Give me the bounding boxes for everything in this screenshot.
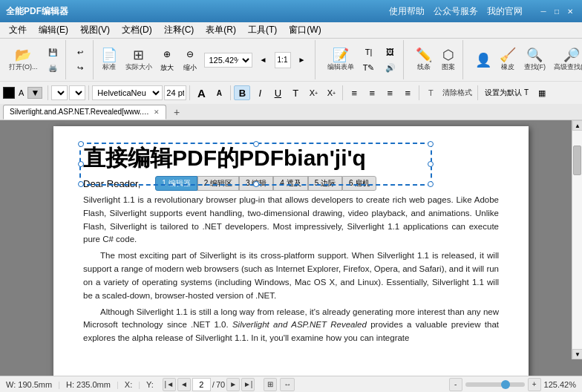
standard-button[interactable]: 📄 标准: [97, 46, 121, 74]
prev-page-button[interactable]: ◄: [177, 378, 191, 391]
align-justify-button[interactable]: ≡: [399, 85, 416, 100]
close-button[interactable]: ✕: [564, 5, 576, 17]
color-swatch[interactable]: [3, 87, 15, 99]
zoom-next-button[interactable]: ►: [292, 53, 313, 68]
first-page-button[interactable]: |◄: [163, 378, 176, 391]
advanced-find-button[interactable]: 🔎 高级查找(S): [550, 46, 582, 74]
edit-group: 📝 编辑表单 T| T✎ 🖼 🔊: [321, 40, 404, 79]
menu-bar: 文件 编辑(E) 视图(V) 文档(D) 注释(C) 表单(R) 工具(T) 窗…: [0, 22, 582, 39]
maximize-button[interactable]: □: [551, 5, 563, 17]
align-right-button[interactable]: ≡: [382, 85, 398, 100]
zoom-in-button[interactable]: ⊕: [157, 47, 177, 62]
wechat-link[interactable]: 公众号服务: [434, 5, 478, 18]
menu-window[interactable]: 窗口(W): [283, 22, 327, 38]
lines-button[interactable]: ✏️ 线条: [412, 46, 436, 74]
pdf-body: Silverlight 1.1 is a revolutionary brows…: [83, 194, 499, 345]
text-btn2[interactable]: T✎: [359, 61, 379, 76]
menu-file[interactable]: 文件: [3, 22, 33, 38]
italic-button[interactable]: I: [252, 85, 268, 100]
find-label: 查找(F): [524, 62, 546, 72]
last-page-button[interactable]: ►|: [241, 378, 255, 391]
lines-icon: ✏️: [416, 48, 432, 62]
font-name-select[interactable]: HelveticaNeu Arial Times New Roman: [92, 85, 163, 100]
tab-close-button[interactable]: ✕: [154, 108, 160, 116]
para3: Although Silverlight 1.1 is still a long…: [83, 306, 499, 345]
redo-button[interactable]: ↪: [70, 60, 91, 75]
eraser-icon: 🧹: [500, 48, 516, 62]
edit-tab-1[interactable]: 1 编辑器: [155, 176, 197, 191]
minimize-button[interactable]: ─: [537, 5, 549, 17]
menu-form[interactable]: 表单(R): [200, 22, 242, 38]
undo-button[interactable]: ↩: [70, 45, 91, 59]
edit-tab-6[interactable]: 6 扁机: [342, 176, 376, 191]
font-size-select2[interactable]: +: [69, 85, 85, 100]
set-default-button[interactable]: 设置为默认 T: [481, 85, 532, 100]
next-page-button[interactable]: ►: [226, 378, 240, 391]
scroll-up-button[interactable]: ▲: [572, 120, 582, 131]
zoom-prev-button[interactable]: ◄: [253, 53, 274, 68]
font-size-select1[interactable]: -12: [51, 85, 68, 100]
img-btn2[interactable]: 🔊: [380, 61, 401, 76]
save-button[interactable]: 💾: [42, 45, 63, 59]
vertical-scrollbar: ▲ ▼: [572, 120, 582, 359]
sep-status3: |: [138, 380, 140, 389]
edit-table-button[interactable]: 📝 编辑表单: [324, 46, 358, 74]
zoom-select[interactable]: 125.42% 100% 75% 50% 150% 200%: [204, 53, 252, 68]
sep-status1: |: [58, 380, 60, 389]
fit-page-button[interactable]: ⊞: [264, 378, 277, 391]
zoom-in-status-button[interactable]: +: [528, 378, 541, 391]
sep-fmt7: [477, 85, 478, 100]
edit-tab-5[interactable]: 5 边际: [308, 176, 342, 191]
edit-tab-4[interactable]: 4 遮及: [273, 176, 307, 191]
font-size-input[interactable]: [164, 85, 186, 100]
edit-tab-2[interactable]: 2 编辑区: [197, 176, 239, 191]
text-color-button[interactable]: T: [287, 85, 304, 100]
find-button[interactable]: 🔍 查找(F): [520, 46, 550, 74]
underline-button[interactable]: U: [269, 85, 286, 100]
align-left-button[interactable]: ≡: [346, 85, 362, 100]
eraser-button[interactable]: 🧹 橡皮: [496, 46, 520, 74]
scroll-track[interactable]: [572, 131, 582, 349]
color-picker-btn[interactable]: ▼: [27, 87, 42, 99]
menu-view[interactable]: 视图(V): [74, 22, 116, 38]
sep-fmt3: [189, 85, 190, 100]
actual-size-button[interactable]: ⊞ 实际大小: [122, 46, 156, 74]
website-link[interactable]: 我的官网: [487, 5, 523, 18]
dear-row: Dear Reader, 1 编辑器 2 编辑区 3 编辑 4 遮及 5 边际 …: [83, 176, 499, 191]
print-button[interactable]: 🖨️: [42, 60, 63, 75]
new-tab-button[interactable]: +: [169, 105, 184, 120]
lines-label: 线条: [417, 62, 431, 72]
menu-document[interactable]: 文档(D): [116, 22, 158, 38]
shapes-button[interactable]: ⬡ 图案: [436, 46, 460, 74]
zoom-slider-thumb[interactable]: [501, 380, 510, 389]
fit-width-button[interactable]: ↔: [280, 378, 295, 391]
superscript-button[interactable]: X+: [323, 85, 339, 100]
bold-button[interactable]: B: [234, 85, 250, 100]
text-color2-button[interactable]: T: [422, 85, 439, 100]
open-button[interactable]: 📂 打开(O)...: [5, 46, 42, 74]
menu-comment[interactable]: 注释(C): [158, 22, 200, 38]
strikethrough-button[interactable]: X+: [305, 85, 321, 100]
img-btn1[interactable]: 🖼: [380, 45, 401, 59]
menu-edit[interactable]: 编辑(E): [33, 22, 74, 38]
zoom-slider[interactable]: [465, 382, 525, 387]
y-coord-label: Y:: [146, 380, 154, 389]
file-group: 📂 打开(O)... 💾 🖨️: [3, 40, 66, 79]
current-page-input[interactable]: [192, 378, 211, 391]
text-btn1[interactable]: T|: [359, 45, 379, 59]
zoom-out-status-button[interactable]: -: [449, 378, 462, 391]
text-size-small[interactable]: A: [211, 85, 227, 100]
format-extra-btn[interactable]: ▦: [534, 85, 550, 100]
doc-tab[interactable]: Silverlight.and.ASP.NET.Revealed[www.jb5…: [3, 105, 166, 120]
edit-tab-3[interactable]: 3 编辑: [239, 176, 273, 191]
scroll-down-button[interactable]: ▼: [572, 349, 582, 359]
title-bar-right: 使用帮助 公众号服务 我的官网 ─ □ ✕: [389, 5, 576, 18]
menu-tools[interactable]: 工具(T): [242, 22, 283, 38]
window-controls: ─ □ ✕: [537, 5, 576, 17]
help-link[interactable]: 使用帮助: [389, 5, 425, 18]
zoom-out-button[interactable]: ⊖: [180, 47, 200, 62]
text-size-large[interactable]: A: [193, 85, 209, 100]
person-button[interactable]: 👤: [471, 51, 495, 69]
align-center-button[interactable]: ≡: [364, 85, 380, 100]
scroll-thumb[interactable]: [573, 146, 581, 175]
